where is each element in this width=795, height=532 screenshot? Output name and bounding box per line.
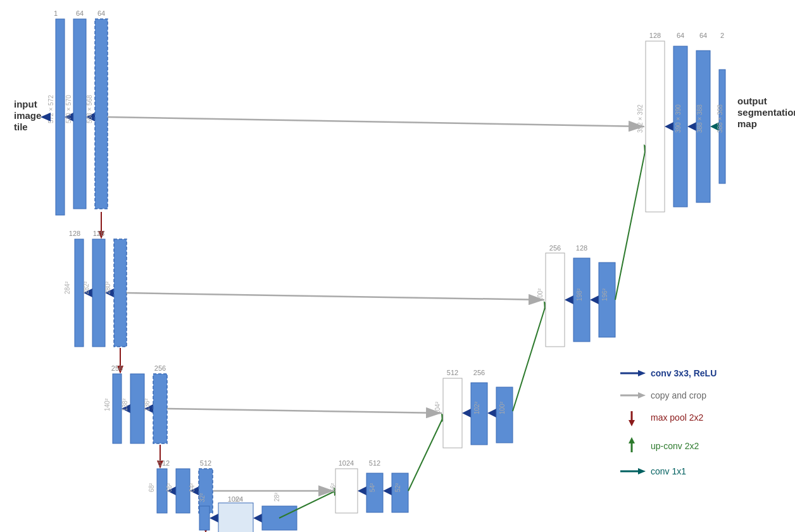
- svg-text:up-conv 2x2: up-conv 2x2: [651, 441, 699, 451]
- svg-marker-103: [665, 122, 673, 131]
- svg-rect-4: [95, 19, 108, 209]
- svg-text:388 × 388: 388 × 388: [717, 104, 723, 133]
- svg-text:output: output: [737, 96, 767, 106]
- svg-text:282²: 282²: [83, 281, 90, 294]
- svg-marker-54: [210, 514, 218, 523]
- svg-text:284²: 284²: [64, 281, 71, 294]
- svg-rect-76: [443, 378, 462, 448]
- svg-text:64: 64: [677, 32, 684, 39]
- svg-text:198²: 198²: [576, 288, 583, 301]
- svg-rect-29: [113, 374, 122, 443]
- svg-text:128: 128: [649, 32, 661, 39]
- svg-text:image: image: [14, 110, 41, 121]
- svg-text:570 × 570: 570 × 570: [65, 95, 72, 123]
- svg-text:64: 64: [699, 32, 707, 39]
- svg-rect-2: [73, 19, 86, 209]
- svg-text:128: 128: [576, 244, 587, 252]
- svg-text:512: 512: [200, 459, 211, 467]
- svg-marker-93: [590, 295, 599, 304]
- svg-text:64: 64: [76, 9, 84, 17]
- unet-diagram: 1 64 64 572 × 572 570 × 570 568 × 568 in…: [0, 0, 795, 532]
- svg-rect-43: [176, 469, 190, 513]
- svg-line-62: [279, 491, 335, 518]
- svg-marker-130: [629, 420, 635, 426]
- svg-text:140²: 140²: [104, 398, 111, 411]
- svg-rect-31: [130, 374, 144, 443]
- svg-marker-133: [629, 437, 635, 443]
- svg-rect-21: [114, 239, 127, 347]
- svg-text:280²: 280²: [104, 281, 111, 294]
- svg-text:256: 256: [473, 369, 485, 376]
- svg-rect-55: [218, 503, 253, 532]
- svg-text:102²: 102²: [473, 401, 480, 414]
- svg-line-86: [513, 306, 546, 411]
- svg-text:30²: 30²: [234, 497, 242, 503]
- svg-text:68²: 68²: [148, 483, 155, 492]
- svg-marker-105: [687, 122, 696, 131]
- svg-rect-0: [56, 19, 65, 215]
- svg-rect-82: [496, 387, 513, 443]
- svg-text:copy and crop: copy and crop: [651, 390, 706, 400]
- svg-rect-68: [366, 473, 383, 512]
- svg-text:388 × 388: 388 × 388: [696, 104, 703, 133]
- svg-text:138²: 138²: [122, 398, 128, 411]
- svg-text:64: 64: [97, 9, 105, 17]
- svg-text:conv 1x1: conv 1x1: [651, 466, 686, 476]
- svg-text:256: 256: [111, 364, 123, 372]
- svg-text:512: 512: [158, 459, 170, 467]
- svg-rect-70: [392, 473, 408, 512]
- svg-text:256: 256: [549, 244, 561, 252]
- svg-text:conv 3x3, ReLU: conv 3x3, ReLU: [651, 368, 717, 378]
- svg-text:128: 128: [69, 230, 80, 237]
- svg-text:392 × 392: 392 × 392: [637, 104, 644, 133]
- svg-marker-56: [253, 514, 262, 523]
- svg-marker-81: [487, 409, 496, 418]
- svg-text:128: 128: [93, 230, 104, 237]
- svg-text:1: 1: [54, 9, 58, 17]
- svg-rect-33: [153, 374, 167, 443]
- svg-marker-79: [462, 409, 471, 418]
- svg-text:2: 2: [720, 32, 724, 39]
- svg-marker-124: [638, 370, 646, 376]
- svg-rect-53: [199, 506, 210, 530]
- svg-text:tile: tile: [14, 121, 28, 132]
- svg-line-119: [108, 117, 644, 127]
- svg-line-98: [615, 149, 646, 300]
- svg-text:390 × 390: 390 × 390: [675, 104, 682, 133]
- svg-text:256: 256: [154, 364, 166, 372]
- svg-text:segmentation: segmentation: [737, 107, 795, 118]
- svg-text:max pool 2x2: max pool 2x2: [651, 412, 703, 423]
- svg-marker-14: [41, 113, 51, 121]
- svg-text:64²: 64²: [189, 483, 196, 492]
- svg-rect-19: [92, 239, 105, 347]
- svg-marker-127: [638, 392, 646, 399]
- svg-line-121: [167, 409, 442, 413]
- svg-text:512: 512: [369, 459, 380, 467]
- svg-rect-100: [646, 41, 665, 212]
- svg-marker-91: [565, 295, 573, 304]
- svg-text:100²: 100²: [499, 401, 506, 414]
- svg-rect-17: [75, 239, 84, 347]
- svg-text:32²: 32²: [199, 493, 206, 502]
- svg-rect-64: [335, 469, 358, 513]
- svg-marker-67: [358, 486, 366, 495]
- svg-text:512: 512: [447, 369, 458, 376]
- svg-marker-136: [638, 468, 646, 474]
- svg-marker-69: [383, 486, 392, 495]
- svg-text:568 × 568: 568 × 568: [86, 95, 93, 123]
- svg-text:66²: 66²: [166, 483, 173, 492]
- svg-text:54²: 54²: [369, 483, 376, 492]
- svg-line-120: [127, 293, 544, 300]
- svg-text:28²: 28²: [273, 492, 280, 502]
- svg-line-74: [408, 418, 443, 491]
- svg-text:1024: 1024: [339, 459, 354, 467]
- svg-text:136²: 136²: [144, 398, 151, 411]
- svg-text:196²: 196²: [601, 288, 608, 301]
- svg-rect-88: [546, 253, 565, 347]
- svg-text:input: input: [14, 99, 37, 109]
- svg-text:52²: 52²: [394, 483, 401, 492]
- svg-text:map: map: [737, 118, 757, 129]
